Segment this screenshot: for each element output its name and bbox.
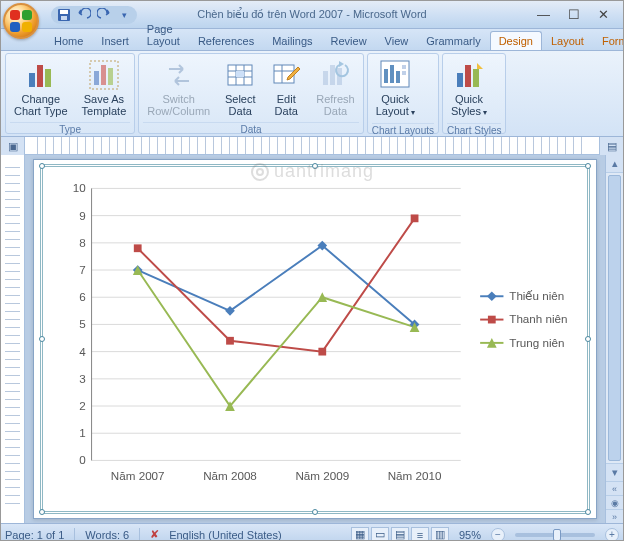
- svg-rect-47: [226, 337, 234, 345]
- tab-home[interactable]: Home: [45, 31, 92, 50]
- minimize-button[interactable]: —: [537, 7, 550, 22]
- undo-icon[interactable]: [77, 8, 91, 22]
- refresh-icon: [319, 59, 351, 91]
- horizontal-ruler[interactable]: [25, 137, 599, 154]
- tab-design[interactable]: Design: [490, 31, 542, 50]
- maximize-button[interactable]: ☐: [568, 7, 580, 22]
- svg-rect-26: [402, 65, 406, 69]
- edit-data-icon: [270, 59, 302, 91]
- vertical-scrollbar[interactable]: ▴ ▾ « ◉ »: [605, 155, 623, 523]
- zoom-in-button[interactable]: +: [605, 528, 619, 542]
- save-as-template-button[interactable]: Save As Template: [78, 56, 131, 120]
- svg-rect-2: [61, 16, 67, 20]
- tab-layout[interactable]: Layout: [542, 31, 593, 50]
- next-page-button[interactable]: »: [606, 509, 623, 523]
- web-layout-view-button[interactable]: ▤: [391, 527, 409, 542]
- svg-text:Năm 2007: Năm 2007: [111, 469, 165, 482]
- zoom-level[interactable]: 95%: [459, 529, 481, 541]
- svg-text:1: 1: [79, 426, 85, 439]
- browse-object-button[interactable]: ◉: [606, 495, 623, 509]
- ruler-show-toggle[interactable]: ▤: [599, 137, 623, 155]
- qat-customize-icon[interactable]: ▾: [117, 8, 131, 22]
- close-button[interactable]: ✕: [598, 7, 609, 22]
- page-viewport[interactable]: 0 1 2 3 4 5 6 7 8 9 10 Năm 2007: [25, 155, 605, 523]
- tab-insert[interactable]: Insert: [92, 31, 138, 50]
- svg-rect-23: [384, 69, 388, 83]
- switch-row-column-button: Switch Row/Column: [143, 56, 214, 120]
- resize-handle[interactable]: [39, 336, 45, 342]
- prev-page-button[interactable]: «: [606, 481, 623, 495]
- chart-legend: Thiếu niên Thanh niên Trung niên: [480, 289, 567, 349]
- tab-page-layout[interactable]: Page Layout: [138, 19, 189, 50]
- change-chart-type-button[interactable]: Change Chart Type: [10, 56, 72, 120]
- status-language[interactable]: English (United States): [169, 529, 282, 541]
- print-layout-view-button[interactable]: ▦: [351, 527, 369, 542]
- full-screen-view-button[interactable]: ▭: [371, 527, 389, 542]
- quick-styles-button[interactable]: Quick Styles▾: [447, 56, 491, 121]
- zoom-thumb[interactable]: [553, 529, 561, 541]
- svg-text:Năm 2009: Năm 2009: [295, 469, 349, 482]
- button-label: Select Data: [225, 93, 256, 117]
- tab-references[interactable]: References: [189, 31, 263, 50]
- button-label: Switch Row/Column: [147, 93, 210, 117]
- group-label: Chart Layouts: [372, 123, 434, 136]
- resize-handle[interactable]: [585, 509, 591, 515]
- svg-text:3: 3: [79, 372, 85, 385]
- switch-icon: [163, 59, 195, 91]
- status-page[interactable]: Page: 1 of 1: [5, 529, 64, 541]
- resize-handle[interactable]: [312, 163, 318, 169]
- svg-text:Thanh niên: Thanh niên: [509, 312, 567, 325]
- chart-object[interactable]: 0 1 2 3 4 5 6 7 8 9 10 Năm 2007: [40, 164, 590, 514]
- redo-icon[interactable]: [97, 8, 111, 22]
- group-data: Switch Row/Column Select Data Edit Data …: [138, 53, 364, 134]
- svg-text:Thiếu niên: Thiếu niên: [509, 289, 564, 302]
- svg-rect-4: [37, 65, 43, 87]
- button-label: Refresh Data: [316, 93, 355, 117]
- ruler-row: ▣ ▤: [1, 137, 623, 155]
- tab-review[interactable]: Review: [322, 31, 376, 50]
- scroll-thumb[interactable]: [608, 175, 621, 461]
- zoom-slider[interactable]: [515, 533, 595, 537]
- scroll-down-button[interactable]: ▾: [606, 463, 623, 481]
- svg-text:2: 2: [79, 399, 85, 412]
- ruler-toggle-button[interactable]: ▣: [1, 137, 25, 155]
- svg-rect-49: [411, 214, 419, 222]
- save-icon[interactable]: [57, 8, 71, 22]
- button-label: Change Chart Type: [14, 93, 68, 117]
- tab-mailings[interactable]: Mailings: [263, 31, 321, 50]
- resize-handle[interactable]: [39, 509, 45, 515]
- group-label: Data: [143, 122, 359, 135]
- svg-rect-27: [402, 71, 406, 75]
- ribbon-tabs: Home Insert Page Layout References Maili…: [1, 29, 623, 51]
- scroll-up-button[interactable]: ▴: [606, 155, 623, 173]
- edit-data-button[interactable]: Edit Data: [266, 56, 306, 120]
- resize-handle[interactable]: [312, 509, 318, 515]
- office-button[interactable]: [3, 3, 39, 39]
- svg-rect-29: [465, 65, 471, 87]
- quick-layout-button[interactable]: Quick Layout▾: [372, 56, 419, 121]
- status-words[interactable]: Words: 6: [85, 529, 129, 541]
- resize-handle[interactable]: [585, 336, 591, 342]
- vertical-ruler[interactable]: [1, 155, 25, 523]
- svg-text:6: 6: [79, 290, 85, 303]
- svg-rect-30: [473, 69, 479, 87]
- svg-rect-1: [60, 10, 68, 14]
- tab-format[interactable]: Format: [593, 31, 624, 50]
- tab-view[interactable]: View: [376, 31, 418, 50]
- svg-rect-6: [94, 71, 99, 85]
- svg-rect-19: [323, 71, 328, 85]
- group-type: Change Chart Type Save As Template Type: [5, 53, 135, 134]
- svg-rect-68: [488, 316, 496, 324]
- proofing-icon[interactable]: ✘: [150, 528, 159, 541]
- svg-rect-8: [108, 68, 113, 85]
- resize-handle[interactable]: [39, 163, 45, 169]
- tab-grammarly[interactable]: Grammarly: [417, 31, 489, 50]
- outline-view-button[interactable]: ≡: [411, 527, 429, 542]
- svg-rect-28: [457, 73, 463, 87]
- select-data-button[interactable]: Select Data: [220, 56, 260, 120]
- resize-handle[interactable]: [585, 163, 591, 169]
- quick-styles-icon: [453, 59, 485, 91]
- svg-rect-46: [134, 244, 142, 252]
- zoom-out-button[interactable]: −: [491, 528, 505, 542]
- draft-view-button[interactable]: ▥: [431, 527, 449, 542]
